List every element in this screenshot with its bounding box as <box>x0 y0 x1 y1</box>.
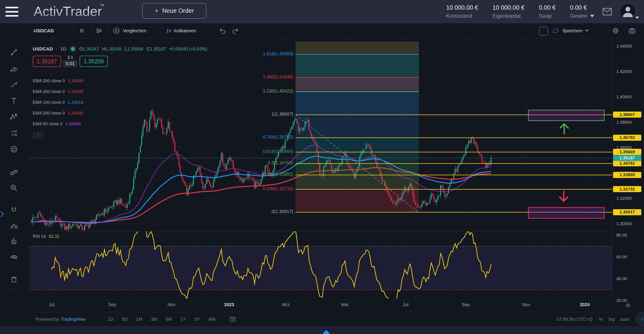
screenshot-button[interactable] <box>628 23 636 38</box>
price-badge: 1.38607 <box>613 112 641 118</box>
top-bar: ActivTrader ™ + Neue Order 10 000.00 €Ko… <box>0 0 644 23</box>
watchlist-expand-chevron-icon[interactable] <box>0 210 4 219</box>
layout-checkbox[interactable] <box>539 27 548 36</box>
powered-by: Powered by TradingView <box>36 312 86 326</box>
range-1d[interactable]: 1D <box>105 315 116 323</box>
account-label: Swap <box>539 13 556 19</box>
time-tick-label: Sep <box>462 302 470 307</box>
save-button[interactable]: Speichern <box>552 23 588 38</box>
log-toggle[interactable]: log <box>608 317 615 322</box>
pattern-icon[interactable] <box>9 112 19 122</box>
chart-toolbar: USDCAD D Vergleichen ƒx Indikatoren <box>0 23 644 38</box>
up-arrow-drawing[interactable] <box>558 123 570 136</box>
buy-button[interactable]: 1.35208 <box>80 56 108 67</box>
text-icon[interactable] <box>9 96 19 106</box>
time-tick-label: Jul <box>403 302 408 307</box>
interval-button[interactable]: D <box>80 23 84 38</box>
percent-toggle[interactable]: % <box>599 317 603 322</box>
zoom-in-icon[interactable] <box>9 183 19 193</box>
brush-icon[interactable] <box>9 80 19 90</box>
symbol-button[interactable]: USDCAD <box>34 23 54 38</box>
account-metric: 10 000.00 €Eigenkapital <box>492 4 524 19</box>
position-icon[interactable] <box>9 128 19 138</box>
new-order-button[interactable]: + Neue Order <box>142 3 206 19</box>
account-label: Kontostand <box>446 13 478 19</box>
account-summary: 10 000.00 €Kontostand10 000.00 €Eigenkap… <box>446 0 588 23</box>
trendline-icon[interactable] <box>9 47 19 58</box>
time-tick-label: 2023 <box>224 302 234 307</box>
target-box-buy[interactable] <box>528 110 604 121</box>
trademark: ™ <box>100 3 104 8</box>
range-6m[interactable]: 6M <box>163 315 175 323</box>
range-1y[interactable]: 1Y <box>178 315 188 323</box>
range-5y[interactable]: 5Y <box>192 315 202 323</box>
emoji-icon[interactable] <box>9 144 19 154</box>
account-caret-icon[interactable] <box>590 15 594 17</box>
time-tick-label: Sep <box>108 302 116 307</box>
tradingview-link[interactable]: TradingView <box>61 317 86 322</box>
mail-icon[interactable] <box>602 6 612 17</box>
rsi-legend: RSI 14 51.11 <box>33 234 59 239</box>
trash-icon[interactable] <box>9 274 19 285</box>
gear-icon <box>612 27 619 35</box>
menu-icon[interactable] <box>6 7 18 17</box>
chart-style-button[interactable] <box>95 23 103 38</box>
undo-icon <box>219 27 226 35</box>
lock-icon[interactable] <box>9 236 19 246</box>
cloud-icon <box>552 27 560 35</box>
auto-toggle[interactable]: auto <box>620 317 629 322</box>
price-tick-label: 1.42000 <box>616 69 632 74</box>
goto-date-icon[interactable] <box>229 315 236 323</box>
eye-icon[interactable] <box>9 252 19 262</box>
redo-button[interactable] <box>232 23 239 38</box>
price-badge: 1.36792 <box>613 135 641 141</box>
bottom-bar: Powered by TradingView 1D5D1M3M6M1Y5YAll… <box>0 312 644 326</box>
avatar-caret-icon[interactable] <box>636 17 639 19</box>
save-caret-icon <box>585 30 588 32</box>
plus-icon: + <box>155 7 159 15</box>
time-tick-label: Mrz <box>282 302 290 307</box>
fib-icon[interactable] <box>9 63 19 74</box>
fx-icon: ƒx <box>166 28 171 34</box>
app-footer-strip <box>0 326 644 334</box>
time-tick-label: Mai <box>341 302 348 307</box>
target-box-sell[interactable] <box>528 207 604 219</box>
range-alle[interactable]: Alle <box>206 315 218 323</box>
time-axis[interactable]: ❮ JulSepNov2023MrzMaiJulSepNov2024 <box>0 298 644 312</box>
avatar[interactable] <box>621 4 635 19</box>
range-3m[interactable]: 3M <box>148 315 160 323</box>
price-axis[interactable]: 1.440001.420001.400001.380001.360001.340… <box>612 38 644 312</box>
price-badge: 1.35669 <box>613 149 641 155</box>
rsi-tick-label: 60.00 <box>616 254 627 259</box>
range-5d[interactable]: 5D <box>119 315 130 323</box>
sell-button[interactable]: 1.35187 <box>33 56 61 67</box>
pane-separator[interactable] <box>29 231 612 231</box>
chart-canvas[interactable] <box>0 0 644 334</box>
legend-collapse-button[interactable]: ⌃ <box>33 132 44 139</box>
app-logo: ActivTrader <box>34 4 102 19</box>
magnet-icon[interactable] <box>9 205 19 215</box>
draw-lock-icon[interactable] <box>9 220 19 231</box>
candles-icon <box>95 27 103 35</box>
ruler-icon[interactable] <box>9 167 19 177</box>
lot-size-field[interactable]: 0.01 <box>63 60 77 67</box>
undo-button[interactable] <box>219 23 226 38</box>
price-badge: 1.34762 <box>613 160 641 166</box>
compare-button[interactable]: Vergleichen <box>112 23 146 38</box>
range-1m[interactable]: 1M <box>134 315 145 323</box>
account-metric: 0.00 €Gewinn <box>570 4 588 19</box>
date-ranges: 1D5D1M3M6M1Y5YAlle <box>105 312 219 326</box>
price-badge: 1.33855 <box>613 172 641 178</box>
price-tick-label: 1.40000 <box>616 95 632 99</box>
price-tick-label: 1.32000 <box>616 196 632 201</box>
camera-icon <box>628 27 636 35</box>
account-value: 0.00 € <box>539 4 556 11</box>
drawing-toolbar <box>0 23 29 326</box>
quote-panel: 1.35187 2.1 0.01 1.35208 <box>33 55 108 67</box>
down-arrow-drawing[interactable] <box>558 190 570 203</box>
indicators-button[interactable]: ƒx Indikatoren <box>166 23 196 38</box>
settings-button[interactable] <box>612 23 619 38</box>
activtrader-app: ActivTrader ™ + Neue Order 10 000.00 €Ko… <box>0 0 644 334</box>
account-value: 10 000.00 € <box>446 4 478 11</box>
clock[interactable]: 07:49:39 (UTC+2) <box>556 312 592 326</box>
